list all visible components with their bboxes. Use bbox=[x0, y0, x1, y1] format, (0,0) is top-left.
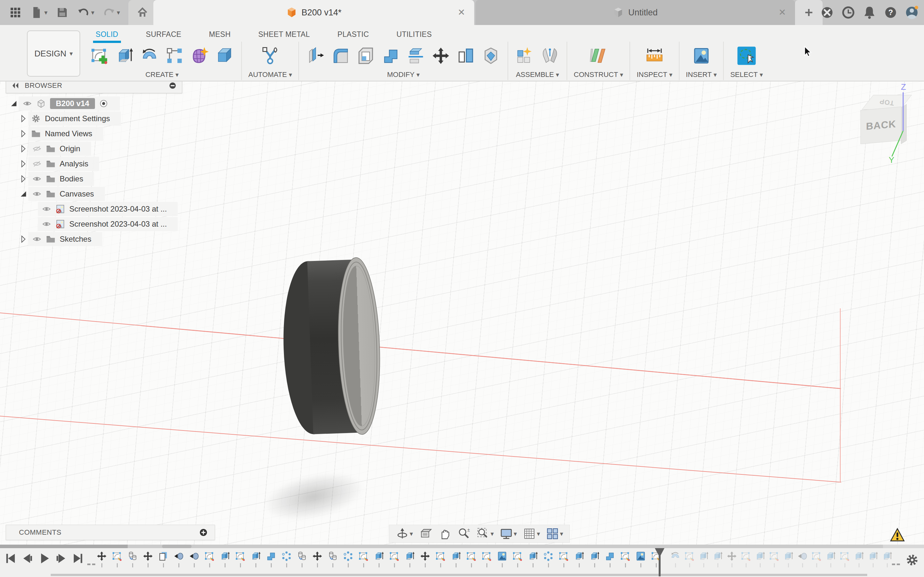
visibility-eye-icon[interactable] bbox=[31, 189, 43, 198]
gridset-nav-button[interactable]: ▾ bbox=[521, 527, 542, 540]
move-tool-button[interactable] bbox=[431, 45, 451, 66]
visibility-eye-off-icon[interactable] bbox=[31, 159, 43, 168]
ribbon-group-label[interactable]: CONSTRUCT▾ bbox=[573, 71, 623, 79]
timeline-feature-circular-pattern[interactable] bbox=[543, 551, 554, 567]
browser-row[interactable]: Origin bbox=[6, 142, 230, 156]
pan-nav-button[interactable] bbox=[436, 527, 453, 540]
job-status-icon[interactable] bbox=[841, 5, 856, 20]
scrollbar-segment[interactable] bbox=[0, 545, 128, 548]
select-tool-button[interactable] bbox=[736, 45, 757, 66]
timeline-feature-circular-pattern[interactable] bbox=[281, 551, 292, 567]
collapse-node-icon[interactable] bbox=[9, 99, 19, 108]
shell-tool-button[interactable] bbox=[355, 45, 376, 66]
extensions-icon[interactable] bbox=[819, 5, 835, 20]
avatar[interactable] bbox=[904, 5, 919, 20]
scrollbar-segment[interactable] bbox=[883, 545, 924, 548]
timeline-feature-extrude[interactable] bbox=[373, 551, 384, 567]
notifications-icon[interactable] bbox=[862, 5, 877, 20]
ribbon-group-label[interactable]: AUTOMATE▾ bbox=[248, 71, 292, 79]
timeline-feature-extrude[interactable] bbox=[250, 551, 261, 567]
ribbon-tab-sheet-metal[interactable]: SHEET METAL bbox=[256, 26, 312, 42]
insert-canvas-tool-button[interactable] bbox=[691, 45, 712, 66]
chevron-down-icon[interactable]: ▾ bbox=[491, 530, 494, 537]
browser-row[interactable]: Screenshot 2023-04-03 at ... bbox=[6, 202, 230, 216]
ribbon-group-label[interactable]: CREATE▾ bbox=[145, 71, 179, 79]
timeline-feature-move[interactable] bbox=[96, 551, 107, 567]
timeline-collapsed-dots[interactable] bbox=[87, 564, 95, 565]
timeline-step-back-button[interactable] bbox=[21, 551, 35, 566]
redo-button[interactable] bbox=[103, 6, 115, 19]
timeline-feature-copy-body[interactable] bbox=[127, 551, 138, 567]
delete-face-tool-button[interactable] bbox=[481, 45, 501, 66]
timeline-skip-start-button[interactable] bbox=[4, 551, 18, 566]
timeline-feature-extrude[interactable] bbox=[404, 551, 415, 567]
timeline-feature-extrude[interactable] bbox=[220, 551, 230, 567]
timeline-settings-gear-icon[interactable] bbox=[905, 553, 919, 567]
collapse-panel-icon[interactable] bbox=[11, 81, 20, 90]
chevron-down-icon[interactable]: ▾ bbox=[91, 9, 94, 16]
offset-face-tool-button[interactable] bbox=[405, 45, 426, 66]
fit-nav-button[interactable]: ▾ bbox=[475, 527, 496, 540]
form-tool-button[interactable] bbox=[189, 45, 210, 66]
collapse-node-icon[interactable] bbox=[19, 189, 28, 199]
timeline-feature-suppressed-extrude[interactable] bbox=[882, 551, 893, 567]
new-component-tool-button[interactable] bbox=[515, 45, 535, 66]
joint-tool-button[interactable] bbox=[540, 45, 560, 66]
close-tab-icon[interactable]: ✕ bbox=[779, 7, 786, 18]
ribbon-tab-mesh[interactable]: MESH bbox=[206, 26, 233, 42]
timeline-feature-move[interactable] bbox=[312, 551, 323, 567]
timeline-feature-move[interactable] bbox=[420, 551, 431, 567]
timeline-play-button[interactable] bbox=[37, 551, 51, 566]
timeline-scroll-track[interactable] bbox=[51, 574, 867, 576]
ribbon-group-label[interactable]: INSERT▾ bbox=[686, 71, 717, 79]
timeline-feature-sketch[interactable] bbox=[620, 551, 631, 567]
visibility-eye-icon[interactable] bbox=[31, 174, 43, 183]
view-cube[interactable]: TOP BACK Z Y bbox=[851, 82, 924, 164]
zoom-nav-button[interactable]: ± bbox=[455, 527, 473, 540]
chevron-down-icon[interactable]: ▾ bbox=[537, 530, 540, 537]
visibility-eye-icon[interactable] bbox=[21, 99, 33, 108]
timeline-playhead[interactable] bbox=[654, 548, 666, 576]
warning-icon[interactable] bbox=[889, 528, 905, 542]
create-sketch-tool-button[interactable] bbox=[89, 45, 110, 66]
extrude-tool-button[interactable] bbox=[114, 45, 135, 66]
timeline-feature-extrude[interactable] bbox=[527, 551, 538, 567]
browser-row[interactable]: Bodies bbox=[6, 172, 230, 186]
timeline-feature-sketch[interactable] bbox=[558, 551, 569, 567]
timeline-feature-combine[interactable] bbox=[604, 551, 615, 567]
timeline-feature-suppressed-sketch[interactable] bbox=[839, 551, 850, 567]
document-tab-active[interactable]: B200 v14* ✕ bbox=[153, 0, 474, 25]
activate-component-radio[interactable] bbox=[98, 98, 109, 109]
ribbon-tab-solid[interactable]: SOLID bbox=[93, 26, 121, 42]
app-menu-icon[interactable] bbox=[9, 6, 22, 19]
browser-row[interactable]: Sketches bbox=[6, 232, 230, 246]
timeline-feature-sketch[interactable] bbox=[512, 551, 523, 567]
browser-row[interactable]: Named Views bbox=[6, 127, 230, 141]
timeline-feature-flip[interactable] bbox=[173, 551, 184, 567]
pattern-rect-tool-button[interactable] bbox=[164, 45, 185, 66]
timeline-feature-sketch[interactable] bbox=[435, 551, 446, 567]
ribbon-tab-plastic[interactable]: PLASTIC bbox=[335, 26, 372, 42]
construct-plane-tool-button[interactable] bbox=[588, 45, 609, 66]
chevron-down-icon[interactable]: ▾ bbox=[117, 9, 120, 16]
browser-row[interactable]: Document Settings bbox=[6, 111, 230, 126]
timeline-feature-sketch[interactable] bbox=[111, 551, 123, 567]
timeline-feature-flip[interactable] bbox=[189, 551, 200, 567]
timeline-feature-circular-pattern[interactable] bbox=[342, 551, 354, 567]
press-pull-tool-button[interactable] bbox=[305, 45, 326, 66]
ribbon-group-label[interactable]: SELECT▾ bbox=[730, 71, 763, 79]
timeline-feature-suppressed-extrude[interactable] bbox=[825, 551, 836, 567]
timeline-feature-base-feature[interactable] bbox=[158, 551, 169, 567]
scrollbar-handle[interactable] bbox=[162, 545, 192, 548]
browser-row[interactable]: Analysis bbox=[6, 157, 230, 171]
browser-row[interactable]: Screenshot 2023-04-03 at ... bbox=[6, 217, 230, 231]
file-menu-icon[interactable] bbox=[30, 6, 43, 19]
timeline-feature-extrude[interactable] bbox=[589, 551, 600, 567]
measure-tool-button[interactable] bbox=[644, 45, 665, 66]
timeline-feature-copy-body[interactable] bbox=[296, 551, 307, 567]
browser-filter-icon[interactable] bbox=[168, 81, 178, 90]
timeline-feature-suppressed-sketch[interactable] bbox=[740, 551, 751, 567]
timeline-feature-suppressed-extrude[interactable] bbox=[853, 551, 864, 567]
visibility-eye-off-icon[interactable] bbox=[31, 144, 43, 153]
browser-row[interactable]: B200 v14 bbox=[6, 97, 230, 111]
